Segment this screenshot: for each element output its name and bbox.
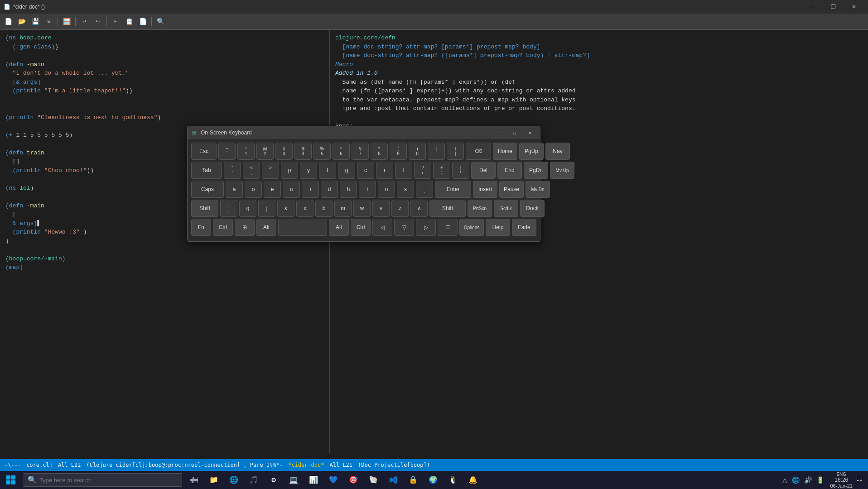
key-lbracket[interactable]: {[	[428, 143, 445, 160]
key-i[interactable]: i	[302, 181, 319, 198]
key-fade[interactable]: Fade	[512, 219, 536, 236]
key-ctrl-right[interactable]: Ctrl	[351, 219, 371, 236]
key-6[interactable]: ^6	[333, 143, 350, 160]
lock-button[interactable]: 🔒	[403, 471, 423, 489]
key-y[interactable]: y	[300, 162, 317, 179]
key-pause[interactable]: Pause	[499, 181, 524, 198]
window-button[interactable]: 🪟	[60, 15, 73, 28]
key-ctrl-left[interactable]: Ctrl	[213, 219, 233, 236]
close-file-button[interactable]: ✕	[43, 15, 55, 28]
key-nav[interactable]: Nav	[545, 143, 570, 160]
key-caps[interactable]: Caps	[191, 181, 224, 198]
redo-button[interactable]: ↪	[92, 15, 104, 28]
osk-maximize-button[interactable]: ❐	[508, 128, 521, 138]
key-c[interactable]: c	[357, 162, 374, 179]
key-esc[interactable]: Esc	[191, 143, 217, 160]
key-end[interactable]: End	[497, 162, 522, 179]
key-v[interactable]: v	[372, 200, 390, 217]
undo-button[interactable]: ↩	[78, 15, 91, 28]
key-2[interactable]: @2	[256, 143, 274, 160]
key-shift-left[interactable]: Shift	[191, 200, 218, 217]
key-8[interactable]: *8	[371, 143, 388, 160]
key-h[interactable]: h	[340, 181, 357, 198]
osk-minimize-button[interactable]: —	[493, 128, 506, 138]
key-tab[interactable]: Tab	[191, 162, 222, 179]
key-k[interactable]: k	[277, 200, 294, 217]
start-button[interactable]	[0, 471, 22, 489]
chart-button[interactable]: 📊	[304, 471, 323, 489]
key-1[interactable]: !1	[237, 143, 255, 160]
key-z[interactable]: z	[391, 200, 409, 217]
key-rbracket[interactable]: }]	[447, 143, 464, 160]
key-caret[interactable]: ∧	[410, 200, 428, 217]
key-w[interactable]: w	[353, 200, 371, 217]
key-pgdn[interactable]: PgDn	[524, 162, 548, 179]
osk-titlebar[interactable]: 🖥 On-Screen Keyboard — ❐ ✕	[188, 126, 540, 139]
copy-button[interactable]: 📋	[123, 15, 135, 28]
key-o[interactable]: o	[245, 181, 262, 198]
key-f[interactable]: f	[319, 162, 336, 179]
key-5[interactable]: %5	[313, 143, 331, 160]
key-help[interactable]: Help	[486, 219, 510, 236]
notification-button[interactable]: 🔔	[463, 471, 483, 489]
key-shift-right[interactable]: Shift	[429, 200, 466, 217]
key-minus[interactable]: _-	[416, 181, 433, 198]
key-p[interactable]: p	[281, 162, 298, 179]
key-alt-right[interactable]: Alt	[329, 219, 349, 236]
key-pgup[interactable]: PgUp	[519, 143, 544, 160]
key-quote[interactable]: "'	[224, 162, 241, 179]
key-l[interactable]: l	[395, 162, 412, 179]
key-e[interactable]: e	[264, 181, 281, 198]
key-9[interactable]: (9	[390, 143, 407, 160]
save-button[interactable]: 💾	[29, 15, 42, 28]
search-button[interactable]: 🔍	[154, 15, 167, 28]
target-button[interactable]: 🎯	[343, 471, 363, 489]
key-x[interactable]: x	[296, 200, 313, 217]
key-arrow-left[interactable]: ◁	[372, 219, 392, 236]
key-prtscn[interactable]: PrtScn	[468, 200, 492, 217]
music-button[interactable]: 🎵	[244, 471, 264, 489]
maximize-button[interactable]: ❐	[823, 0, 844, 14]
key-dot[interactable]: >.	[262, 162, 279, 179]
key-q[interactable]: q	[239, 200, 256, 217]
search-bar[interactable]: 🔍	[24, 473, 182, 487]
minimize-button[interactable]: —	[802, 0, 823, 14]
key-backslash[interactable]: |\	[452, 162, 469, 179]
key-m[interactable]: m	[334, 200, 352, 217]
computer-button[interactable]: 💻	[284, 471, 304, 489]
key-home[interactable]: Home	[493, 143, 517, 160]
key-3[interactable]: #3	[275, 143, 293, 160]
key-scrlk[interactable]: ScrLk	[494, 200, 518, 217]
globe-button[interactable]: 🌍	[423, 471, 443, 489]
osk-close-button[interactable]: ✕	[524, 128, 536, 138]
key-space[interactable]	[278, 219, 327, 236]
key-dock[interactable]: Dock	[520, 200, 545, 217]
clock[interactable]: ENG 16:26 06-Jan-21	[830, 472, 853, 489]
key-arrow-right[interactable]: ▷	[416, 219, 436, 236]
shell-button[interactable]: 🐚	[363, 471, 383, 489]
key-s[interactable]: s	[397, 181, 414, 198]
key-tilde[interactable]: ~`	[218, 143, 236, 160]
task-view-button[interactable]	[184, 471, 204, 489]
key-mvdn[interactable]: Mv Dn	[526, 181, 550, 198]
key-u[interactable]: u	[283, 181, 300, 198]
key-b[interactable]: b	[315, 200, 333, 217]
network-icon[interactable]: 🌐	[791, 476, 801, 484]
open-file-button[interactable]: 📂	[15, 15, 28, 28]
file-explorer-button[interactable]: 📁	[204, 471, 224, 489]
penguin-button[interactable]: 🐧	[443, 471, 463, 489]
key-g[interactable]: g	[338, 162, 355, 179]
key-alt-left[interactable]: Alt	[256, 219, 276, 236]
paste-button[interactable]: 📄	[136, 15, 149, 28]
search-input[interactable]	[39, 477, 175, 484]
key-j[interactable]: j	[258, 200, 275, 217]
blue-app-button[interactable]: 💙	[323, 471, 343, 489]
key-comma[interactable]: <,	[243, 162, 260, 179]
cut-button[interactable]: ✂	[109, 15, 122, 28]
key-backspace[interactable]: ⌫	[466, 143, 491, 160]
key-n[interactable]: n	[378, 181, 395, 198]
close-button[interactable]: ✕	[844, 0, 864, 14]
key-0[interactable]: )0	[409, 143, 426, 160]
key-equals[interactable]: +=	[433, 162, 450, 179]
volume-icon[interactable]: 🔊	[803, 476, 813, 484]
